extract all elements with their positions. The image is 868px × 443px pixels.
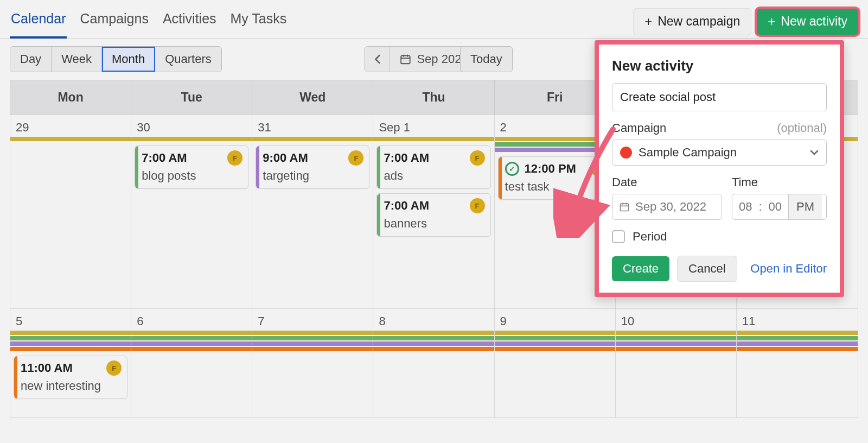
date-input[interactable]: Sep 30, 2022 (612, 194, 722, 220)
event-card[interactable]: 7:00 AM F blog posts (135, 145, 248, 189)
date-num: 29 (10, 115, 131, 135)
date-field-label: Date (612, 175, 722, 189)
campaign-stripe[interactable] (616, 341, 736, 346)
campaign-stripe[interactable] (737, 331, 858, 335)
calendar-icon (399, 53, 411, 65)
campaign-stripe[interactable] (495, 341, 615, 346)
prev-period-button[interactable] (365, 47, 390, 72)
event-title: ads (384, 169, 484, 183)
tab-activities[interactable]: Activities (162, 4, 218, 39)
campaign-stripe[interactable] (252, 336, 373, 340)
activity-name-input[interactable] (612, 83, 827, 111)
event-card[interactable]: 9:00 AM F targeting (256, 145, 369, 189)
date-num: 31 (252, 115, 373, 135)
event-time: 11:00 AM (21, 361, 73, 375)
cell-sep1[interactable]: Sep 1 7:00 AM F ads 7:00 AM F banners (373, 115, 494, 308)
time-ampm-toggle[interactable]: PM (788, 194, 822, 219)
view-quarters[interactable]: Quarters (155, 47, 221, 72)
cell-6[interactable]: 6 (131, 309, 252, 417)
plus-icon: + (768, 14, 775, 29)
event-card[interactable]: 7:00 AM F ads (376, 145, 490, 189)
campaign-stripe[interactable] (131, 341, 252, 346)
campaign-stripe[interactable] (616, 347, 736, 351)
create-button[interactable]: Create (612, 256, 669, 281)
campaign-stripe[interactable] (131, 347, 252, 351)
cell-9[interactable]: 9 (495, 309, 616, 417)
time-mm[interactable]: 00 (762, 194, 788, 219)
cell-11[interactable]: 11 (737, 309, 858, 417)
campaign-stripe[interactable] (495, 336, 615, 340)
period-label: Period (633, 230, 667, 244)
campaign-stripe[interactable] (10, 331, 131, 335)
dayhead-tue: Tue (131, 80, 252, 115)
cell-31[interactable]: 31 9:00 AM F targeting (252, 115, 373, 308)
event-color-bar (499, 157, 502, 199)
campaign-stripe[interactable] (252, 137, 373, 141)
cell-10[interactable]: 10 (616, 309, 737, 417)
campaign-stripe[interactable] (10, 347, 131, 351)
campaign-stripe[interactable] (252, 347, 373, 351)
tab-mytasks[interactable]: My Tasks (229, 4, 288, 39)
campaign-stripe[interactable] (252, 341, 373, 346)
campaign-stripe[interactable] (616, 331, 736, 335)
cell-5[interactable]: 5 11:00 AM F new interesting (10, 309, 131, 417)
campaign-stripe[interactable] (373, 347, 494, 351)
event-card[interactable]: 11:00 AM F new interesting (14, 356, 127, 399)
campaign-color-dot (620, 147, 632, 159)
campaign-stripe[interactable] (373, 137, 494, 141)
campaign-stripe[interactable] (616, 336, 736, 340)
new-activity-label: New activity (781, 14, 847, 29)
open-in-editor-link[interactable]: Open in Editor (750, 262, 827, 276)
view-month[interactable]: Month (102, 47, 155, 72)
event-color-bar (256, 146, 259, 188)
plus-icon: + (644, 14, 652, 29)
week-row-2: 5 11:00 AM F new interesting 6 7 (10, 308, 858, 417)
period-checkbox[interactable] (612, 230, 625, 243)
chevron-down-icon (810, 150, 819, 155)
campaign-stripe[interactable] (737, 347, 858, 351)
view-week[interactable]: Week (52, 47, 102, 72)
time-hh[interactable]: 08 (732, 194, 758, 219)
campaign-stripe[interactable] (131, 137, 252, 141)
campaign-stripe[interactable] (252, 331, 373, 335)
event-card[interactable]: 7:00 AM F banners (376, 193, 490, 237)
campaign-stripe[interactable] (10, 137, 131, 141)
event-color-bar (14, 356, 17, 398)
campaign-stripe[interactable] (131, 331, 252, 335)
campaign-stripe[interactable] (131, 336, 252, 340)
cancel-button[interactable]: Cancel (677, 256, 737, 282)
campaign-stripe[interactable] (373, 331, 494, 335)
today-button[interactable]: Today (460, 46, 513, 72)
time-input[interactable]: 08 : 00 PM (732, 194, 827, 220)
view-segmented: Day Week Month Quarters (10, 46, 222, 72)
campaign-stripe[interactable] (737, 336, 858, 340)
event-title: banners (384, 217, 484, 231)
cell-29[interactable]: 29 (10, 115, 131, 308)
time-field-label: Time (732, 175, 827, 189)
campaign-stripe[interactable] (373, 341, 494, 346)
campaign-stripe[interactable] (495, 331, 615, 335)
date-num: 5 (10, 309, 131, 328)
tab-calendar[interactable]: Calendar (10, 4, 67, 39)
cell-7[interactable]: 7 (252, 309, 373, 417)
campaign-select[interactable]: Sample Campaign (612, 140, 827, 166)
date-num: 30 (131, 115, 252, 135)
svg-rect-0 (401, 56, 410, 64)
campaign-stripe[interactable] (10, 341, 131, 346)
new-campaign-button[interactable]: + New campaign (633, 8, 751, 35)
new-activity-button[interactable]: + New activity (757, 9, 858, 35)
campaign-stripe[interactable] (10, 336, 131, 340)
cell-8[interactable]: 8 (373, 309, 494, 417)
campaign-stripe[interactable] (737, 341, 858, 346)
cell-30[interactable]: 30 7:00 AM F blog posts (131, 115, 252, 308)
avatar: F (348, 150, 363, 166)
campaign-stripe[interactable] (373, 336, 494, 340)
date-num: 9 (495, 309, 615, 328)
tab-campaigns[interactable]: Campaigns (79, 4, 149, 39)
view-day[interactable]: Day (10, 47, 52, 72)
dayhead-thu: Thu (373, 80, 494, 115)
event-color-bar (377, 146, 380, 188)
event-color-bar (377, 194, 380, 236)
calendar-icon (619, 201, 630, 212)
campaign-stripe[interactable] (495, 347, 615, 351)
